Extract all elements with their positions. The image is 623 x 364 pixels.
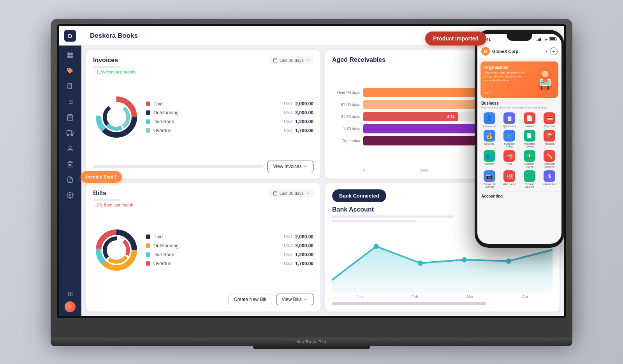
bar-label-61: 61-90 days	[332, 103, 360, 107]
phone-app-quotations[interactable]: 📋 Quotations	[501, 112, 519, 128]
sidebar-logo[interactable]: D	[59, 26, 81, 46]
svg-rect-2	[67, 56, 70, 58]
svg-point-42	[374, 244, 379, 249]
sidebar-item-documents[interactable]	[63, 79, 77, 94]
svg-point-44	[462, 257, 467, 262]
bills-title: Bills	[93, 190, 106, 197]
sidebar-item-settings[interactable]	[63, 188, 77, 203]
bank-bottom-bar	[332, 302, 486, 305]
invoices-date-filter[interactable]: Last 30 days	[269, 56, 313, 64]
svg-rect-47	[538, 39, 539, 41]
svg-point-54	[542, 71, 548, 77]
bar-value-31: 4.3k	[447, 115, 455, 119]
phone-accounting-title: Accounting	[481, 194, 558, 198]
phone-org-pagination: 1/2	[484, 91, 489, 95]
due-soon-label: Due Soon	[153, 119, 281, 124]
invoices-donut-chart	[93, 94, 140, 140]
paid-color	[146, 102, 150, 106]
sidebar-item-tag[interactable]	[63, 63, 77, 78]
bar-label-1: 1-30 days	[332, 127, 360, 131]
paid-label: Paid	[153, 101, 281, 107]
phone-app-products[interactable]: 📦 Products	[541, 130, 559, 148]
chart-label-mar: Mar	[467, 295, 473, 299]
svg-marker-17	[68, 161, 72, 163]
calendar-bills-icon	[273, 191, 278, 196]
phone-apps-grid: 👤 Attendance 📋 Quotations 📄	[477, 110, 561, 191]
overdue-currency: USD	[284, 128, 292, 133]
invoices-filter-label: Last 30 days	[280, 58, 304, 63]
create-new-bill-button[interactable]: Create New Bill	[228, 294, 272, 305]
svg-rect-57	[541, 86, 542, 90]
sidebar: D	[59, 26, 81, 316]
document-icon	[67, 83, 74, 90]
bills-legend: Paid USD 2,000.00 Outstanding USD	[146, 234, 313, 266]
view-invoices-button[interactable]: View Invoices →	[268, 161, 313, 172]
phone-app-deposits[interactable]: 💰 Deposits	[480, 130, 498, 148]
bills-donut-chart	[93, 227, 140, 273]
outstanding-currency: USD	[284, 110, 292, 115]
logo-letter: D	[64, 30, 76, 42]
outstanding-value: 3,000.00	[295, 110, 313, 116]
product-imported-badge[interactable]: Product Imported	[425, 32, 486, 46]
bank-connected-button[interactable]: Bank Connected	[332, 189, 386, 202]
chart-label-jan: Jan	[356, 295, 363, 299]
svg-rect-56	[540, 82, 544, 83]
phone-app-subscription[interactable]: $ subscription	[541, 170, 559, 188]
sidebar-item-bag[interactable]	[63, 110, 77, 125]
bills-placeholder-bar	[93, 199, 120, 201]
phone-app-document-scanner[interactable]: 📷 Document Scanner	[480, 170, 498, 188]
tag-icon	[67, 67, 74, 74]
legend-item-outstanding: Outstanding USD 3,000.00	[146, 110, 313, 116]
phone-org-title: Organisation	[484, 65, 529, 70]
chart-label-feb: Feb	[412, 295, 418, 299]
svg-point-11	[69, 146, 71, 148]
phone-app-document-designer[interactable]: ✏️ Document Designer	[541, 150, 559, 168]
phone-app-expenses[interactable]: 💳 Expenses	[541, 112, 559, 128]
reports-icon	[67, 176, 74, 183]
phone-app-pick[interactable]: 🚚 Pick	[501, 150, 519, 168]
sidebar-item-bank[interactable]	[63, 157, 77, 172]
invoices-trend: ↑ 11% from last month	[93, 70, 313, 74]
bar-label-90: Over 90 days	[332, 91, 360, 95]
phone-dropdown-icon: ▾	[546, 49, 547, 53]
svg-rect-21	[273, 59, 277, 62]
phone-app-expense-claims[interactable]: 💵 Expense Claims	[521, 150, 539, 168]
phone-plus-button[interactable]: +	[550, 47, 558, 55]
due-soon-value: 1,200.00	[295, 119, 313, 124]
sidebar-item-reports[interactable]	[63, 172, 77, 187]
phone-app-attendance[interactable]: 👤 Attendance	[480, 112, 498, 128]
phone-app-opening-balance[interactable]: ⚖️ Opening Balance	[521, 170, 539, 188]
app-title: Deskera Books	[90, 32, 138, 40]
legend-item-due-soon: Due Soon USD 1,200.00	[146, 119, 313, 124]
sidebar-item-contacts[interactable]	[63, 141, 77, 156]
phone-app-contacts[interactable]: 👥 Contacts	[480, 150, 498, 168]
view-bills-button[interactable]: View Bills →	[276, 294, 313, 305]
phone-company-name: GlobeX Corp	[492, 49, 543, 54]
phone-app-purchase-invoices[interactable]: 📑 Purchase Invoices	[521, 130, 539, 148]
bills-donut-svg	[93, 227, 140, 273]
invoices-placeholder-bar	[93, 66, 120, 68]
bar-fill-61: 6k	[363, 100, 492, 109]
phone-app-invoices[interactable]: 📄 Invoices	[521, 112, 539, 128]
phone-app-warehouse[interactable]: 🏭 Warehouse	[501, 170, 519, 188]
phone-notch	[507, 34, 532, 41]
sidebar-item-dashboard[interactable]	[63, 48, 77, 63]
invoices-filter-bar	[93, 165, 264, 168]
phone-org-desc: This is your main tab where you'll acces…	[484, 71, 529, 82]
sidebar-item-truck[interactable]	[63, 126, 77, 140]
bills-filter-label: Last 30 days	[280, 191, 304, 196]
grid-apps-icon[interactable]: ⊞	[68, 290, 73, 298]
sidebar-item-list[interactable]	[63, 94, 77, 109]
paid-currency: USD	[284, 102, 292, 106]
user-avatar[interactable]: U	[65, 301, 76, 312]
bills-legend-outstanding: Outstanding USD 3,000.00	[146, 243, 313, 248]
contacts-icon	[67, 145, 74, 152]
list-icon	[67, 98, 74, 105]
chevron-down-icon	[306, 58, 310, 62]
svg-point-10	[71, 134, 73, 136]
bills-date-filter[interactable]: Last 30 days	[269, 189, 313, 197]
svg-point-20	[69, 194, 71, 196]
phone-app-purchase-orders[interactable]: 🛒 Purchase Orders	[501, 130, 519, 148]
invoices-title: Invoices	[93, 57, 118, 64]
chevron-bills-icon	[306, 191, 310, 195]
